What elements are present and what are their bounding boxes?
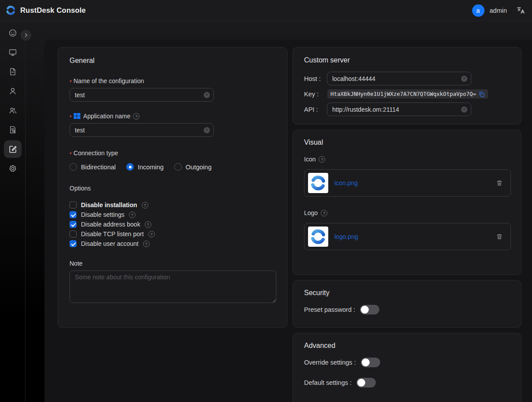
api-input[interactable]: [327, 102, 471, 116]
right-column: Custom server Host : × Key :: [293, 47, 521, 402]
override-settings-label: Override settings :: [304, 359, 356, 366]
clear-icon[interactable]: ×: [204, 92, 210, 98]
options-list: Disable installation ? Disable settings …: [70, 200, 275, 249]
custom-server-card: Custom server Host : × Key :: [293, 47, 521, 124]
radio-circle[interactable]: [70, 163, 77, 171]
advanced-title: Advanced: [304, 342, 510, 350]
clear-icon[interactable]: ×: [461, 76, 467, 82]
radio-circle[interactable]: [174, 163, 182, 171]
sidebar-item-documents[interactable]: [4, 63, 22, 80]
config-name-input[interactable]: [70, 88, 214, 102]
gear-icon: [8, 164, 17, 173]
user-menu[interactable]: a admin: [472, 4, 507, 17]
help-icon[interactable]: ?: [145, 221, 151, 228]
smile-icon: [8, 29, 17, 37]
checkbox-disable-installation[interactable]: Disable installation ?: [70, 200, 275, 210]
app-title: RustDesk Console: [20, 6, 86, 15]
app-name-input[interactable]: [70, 123, 214, 137]
file-icon: [8, 67, 17, 76]
override-settings-row: Override settings :: [304, 358, 510, 367]
checkbox-disable-address-book[interactable]: Disable address book ?: [70, 219, 275, 229]
sidebar-collapse-button[interactable]: [21, 30, 31, 40]
note-label: Note: [70, 260, 275, 267]
config-name-field: ×: [70, 88, 214, 102]
host-label: Host :: [304, 75, 327, 82]
preset-password-toggle[interactable]: [360, 305, 379, 314]
checkbox-disable-tcp-listen-port[interactable]: Disable TCP listen port ?: [70, 229, 275, 239]
default-settings-row: Default settings :: [304, 378, 510, 387]
trash-icon[interactable]: [496, 179, 503, 186]
visual-title: Visual: [304, 139, 510, 146]
help-icon[interactable]: ?: [142, 202, 148, 208]
help-icon[interactable]: ?: [321, 210, 327, 216]
help-icon[interactable]: ?: [129, 212, 136, 218]
radio-incoming[interactable]: Incoming: [126, 163, 164, 171]
override-settings-toggle[interactable]: [361, 358, 380, 367]
icon-label: Icon ?: [304, 156, 510, 163]
translate-icon[interactable]: [517, 6, 525, 15]
visual-card: Visual Icon ?: [293, 130, 521, 275]
host-input[interactable]: [327, 72, 471, 85]
options-label: Options: [70, 185, 275, 192]
connection-type-group: Bidirectional Incoming Outgoing: [70, 163, 275, 171]
sidebar-item-audit[interactable]: [4, 121, 22, 139]
help-icon[interactable]: ?: [148, 231, 155, 238]
checkbox-box[interactable]: [70, 240, 77, 247]
default-settings-toggle[interactable]: [356, 378, 376, 387]
topbar: RustDesk Console a admin: [0, 0, 532, 21]
help-icon[interactable]: ?: [319, 156, 325, 163]
radio-bidirectional[interactable]: Bidirectional: [70, 163, 116, 171]
advanced-card: Advanced Override settings : Default set…: [293, 333, 521, 402]
custom-server-rows: Host : × Key : HtaXBkJNHyn0e1U1jWXze7A7C…: [304, 72, 510, 116]
preset-password-label: Preset password :: [304, 306, 355, 313]
page-body: General * Name of the configuration × *: [0, 21, 532, 402]
monitor-icon: [8, 48, 17, 57]
radio-circle[interactable]: [126, 163, 134, 171]
custom-server-title: Custom server: [304, 56, 510, 64]
help-icon[interactable]: ?: [133, 113, 139, 120]
checkbox-box[interactable]: [70, 211, 77, 218]
trash-icon[interactable]: [496, 233, 503, 240]
username: admin: [490, 7, 507, 14]
sidebar-item-dashboard[interactable]: [4, 24, 22, 42]
host-row: Host : ×: [304, 72, 510, 85]
sidebar-item-users[interactable]: [4, 82, 22, 100]
checkbox-box[interactable]: [70, 230, 77, 238]
config-name-label: * Name of the configuration: [70, 77, 275, 84]
icon-file-link[interactable]: icon.png: [334, 179, 358, 186]
clear-icon[interactable]: ×: [204, 127, 210, 133]
file-search-icon: [8, 125, 17, 134]
checkbox-box[interactable]: [70, 221, 77, 228]
checkbox-box[interactable]: [70, 201, 77, 208]
default-settings-label: Default settings :: [304, 379, 352, 386]
security-card: Security Preset password :: [293, 280, 521, 328]
sidebar-item-groups[interactable]: [4, 102, 22, 119]
preset-password-row: Preset password :: [304, 305, 510, 314]
avatar[interactable]: a: [472, 4, 484, 17]
host-field: ×: [327, 72, 471, 85]
sidebar-item-settings[interactable]: [4, 160, 22, 177]
key-row: Key : HtaXBkJNHyn0e1U1jWXze7A7CN7QTGWqxk…: [304, 89, 510, 99]
icon-thumbnail: [308, 173, 328, 193]
checkbox-disable-settings[interactable]: Disable settings ?: [70, 210, 275, 219]
checkbox-disable-user-account[interactable]: Disable user account ?: [70, 239, 275, 249]
content-surface: General * Name of the configuration × *: [44, 40, 532, 402]
sidebar-item-custom-clients[interactable]: [4, 140, 22, 158]
logo-file-link[interactable]: logo.png: [334, 233, 358, 240]
help-icon[interactable]: ?: [143, 241, 150, 247]
edit-icon: [8, 145, 17, 153]
clear-icon[interactable]: ×: [461, 106, 467, 113]
note-textarea[interactable]: [70, 270, 276, 303]
app-root: RustDesk Console a admin: [0, 0, 532, 402]
radio-outgoing[interactable]: Outgoing: [174, 163, 212, 171]
server-key-value: HtaXBkJNHyn0e1U1jWXze7A7CN7QTGWqxkOtpaVp…: [327, 89, 488, 99]
brand[interactable]: RustDesk Console: [5, 5, 86, 16]
user-icon: [8, 87, 17, 95]
general-card: General * Name of the configuration × *: [58, 47, 287, 328]
sidebar-item-devices[interactable]: [4, 44, 22, 61]
copy-icon[interactable]: [479, 91, 485, 97]
logo-thumbnail: [308, 227, 328, 247]
key-label: Key :: [304, 91, 327, 98]
general-title: General: [70, 57, 275, 65]
app-name-field: ×: [70, 123, 214, 137]
